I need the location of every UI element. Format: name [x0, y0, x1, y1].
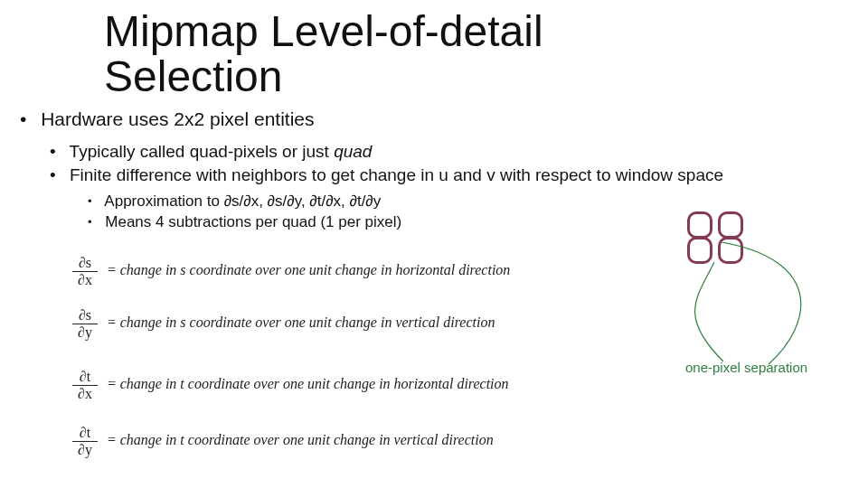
- bullet-hardware: Hardware uses 2x2 pixel entities: [20, 108, 315, 130]
- eq-dtdy: ∂t ∂y = change in t coordinate over one …: [72, 425, 494, 457]
- title-line-2: Selection: [104, 52, 282, 100]
- pixel-top-left: [687, 211, 712, 239]
- eq-rest: = change in s coordinate over one unit c…: [107, 262, 510, 278]
- denominator: ∂x: [72, 386, 98, 402]
- denominator: ∂y: [72, 442, 98, 458]
- bullet-approx-text: Approximation to ∂s/∂x, ∂s/∂y, ∂t/∂x, ∂t…: [104, 192, 381, 210]
- denominator: ∂x: [72, 272, 98, 288]
- pixel-top-right: [718, 211, 743, 239]
- denominator: ∂y: [72, 324, 98, 341]
- slide: Mipmap Level-of-detail Selection Hardwar…: [0, 0, 868, 488]
- frac: ∂t ∂y: [72, 425, 98, 457]
- one-pixel-separation-label: one-pixel separation: [685, 360, 807, 375]
- title-line-1: Mipmap Level-of-detail: [104, 7, 543, 55]
- separation-curve-right: [687, 242, 832, 378]
- bullet-quad-prefix: Typically called quad-pixels or just: [70, 142, 335, 161]
- eq-rest: = change in t coordinate over one unit c…: [107, 376, 509, 392]
- eq-rest: = change in t coordinate over one unit c…: [107, 432, 494, 448]
- bullet-finite-diff: Finite difference with neighbors to get …: [50, 165, 845, 185]
- numerator: ∂s: [72, 307, 98, 324]
- numerator: ∂t: [72, 369, 98, 386]
- eq-dsdx: ∂s ∂x = change in s coordinate over one …: [72, 255, 510, 287]
- sep-label-text: one-pixel separation: [685, 360, 807, 375]
- bullet-approx: Approximation to ∂s/∂x, ∂s/∂y, ∂t/∂x, ∂t…: [88, 192, 381, 211]
- frac: ∂s ∂x: [72, 255, 98, 287]
- eq-dsdy: ∂s ∂y = change in s coordinate over one …: [72, 307, 495, 340]
- bullet-subtractions: Means 4 subtractions per quad (1 per pix…: [88, 213, 401, 231]
- eq-dtdx: ∂t ∂x = change in t coordinate over one …: [72, 369, 509, 401]
- frac: ∂s ∂y: [72, 307, 98, 340]
- frac: ∂t ∂x: [72, 369, 98, 401]
- bullet-quad: Typically called quad-pixels or just qua…: [50, 142, 372, 162]
- numerator: ∂t: [72, 425, 98, 442]
- eq-rest: = change in s coordinate over one unit c…: [107, 314, 495, 331]
- bullet-quad-italic: quad: [334, 142, 372, 161]
- bullet-hardware-text: Hardware uses 2x2 pixel entities: [41, 108, 314, 129]
- bullet-finite-diff-text: Finite difference with neighbors to get …: [70, 165, 723, 184]
- slide-title: Mipmap Level-of-detail Selection: [104, 9, 543, 100]
- numerator: ∂s: [72, 255, 98, 272]
- bullet-subtractions-text: Means 4 subtractions per quad (1 per pix…: [105, 213, 401, 230]
